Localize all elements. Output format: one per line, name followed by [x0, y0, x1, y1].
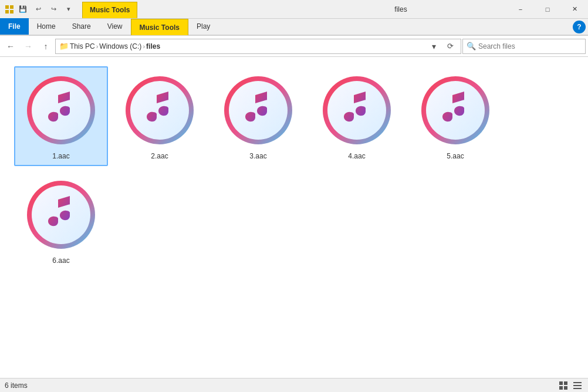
- svg-rect-19: [564, 386, 567, 390]
- crumb-sep-2: ›: [143, 43, 145, 50]
- details-view-btn[interactable]: [572, 380, 583, 391]
- file-icon-wrapper: [220, 72, 296, 148]
- search-bar[interactable]: 🔍: [462, 39, 586, 54]
- large-icons-view-btn[interactable]: [557, 380, 569, 391]
- ribbon-tab-music-tools[interactable]: Music Tools: [131, 19, 188, 35]
- back-btn[interactable]: ←: [2, 38, 19, 55]
- quick-save-btn[interactable]: 💾: [16, 3, 29, 16]
- file-label: 3.aac: [249, 152, 266, 160]
- forward-btn[interactable]: →: [20, 38, 36, 55]
- address-dropdown-btn[interactable]: ▾: [428, 40, 440, 52]
- address-bar[interactable]: 📁 This PC › Windows (C:) › files ▾ ⟳: [55, 39, 461, 54]
- svg-rect-21: [573, 385, 582, 386]
- quick-undo-btn[interactable]: ↩: [32, 3, 45, 16]
- content-area: 1.aac2.aac3.aac4.aac5.aac6.aac: [0, 57, 588, 378]
- file-item[interactable]: 5.aac: [408, 66, 502, 166]
- title-bar-tabs: Music Tools: [80, 0, 295, 18]
- crumb-sep-1: ›: [96, 43, 99, 50]
- folder-icon: 📁: [59, 42, 69, 50]
- item-count: 6 items: [5, 381, 28, 390]
- file-label: 4.aac: [348, 152, 365, 160]
- help-btn[interactable]: ?: [573, 21, 586, 33]
- file-item[interactable]: 2.aac: [113, 66, 207, 166]
- minimize-btn[interactable]: −: [507, 0, 534, 19]
- crumb-files[interactable]: files: [146, 42, 160, 50]
- svg-rect-1: [10, 5, 13, 9]
- title-path: files: [295, 0, 507, 18]
- svg-rect-0: [5, 5, 9, 9]
- ribbon-tabs: File Home Share View Music Tools Play ?: [0, 19, 588, 35]
- search-input[interactable]: [478, 42, 582, 50]
- file-label: 5.aac: [447, 152, 464, 160]
- file-icon-wrapper: [417, 72, 494, 148]
- refresh-btn[interactable]: ⟳: [443, 39, 457, 53]
- svg-rect-16: [559, 381, 563, 385]
- svg-rect-3: [10, 10, 13, 13]
- file-grid: 1.aac2.aac3.aac4.aac5.aac6.aac: [0, 57, 588, 378]
- svg-rect-20: [573, 382, 582, 383]
- file-label: 2.aac: [151, 152, 168, 160]
- file-icon-wrapper: [23, 72, 99, 148]
- file-label: 6.aac: [52, 256, 69, 265]
- title-bar: 💾 ↩ ↪ ▾ Music Tools files − □ ✕: [0, 0, 588, 19]
- close-btn[interactable]: ✕: [561, 0, 588, 19]
- nav-bar: ← → ↑ 📁 This PC › Windows (C:) › files ▾…: [0, 36, 588, 57]
- file-item[interactable]: 1.aac: [14, 66, 108, 166]
- ribbon-tab-share[interactable]: Share: [64, 18, 99, 35]
- ribbon-tab-play[interactable]: Play: [188, 18, 218, 35]
- file-item[interactable]: 4.aac: [310, 66, 404, 166]
- up-btn[interactable]: ↑: [38, 38, 54, 55]
- svg-rect-17: [564, 381, 567, 385]
- ribbon-tab-view[interactable]: View: [99, 18, 131, 35]
- title-bar-left: 💾 ↩ ↪ ▾: [0, 0, 80, 18]
- file-item[interactable]: 3.aac: [211, 66, 305, 166]
- file-icon-wrapper: [121, 72, 198, 148]
- status-bar: 6 items: [0, 378, 588, 392]
- crumb-this-pc[interactable]: This PC: [70, 42, 95, 50]
- window-controls: − □ ✕: [507, 0, 588, 18]
- file-icon-wrapper: [23, 177, 99, 253]
- search-icon: 🔍: [467, 42, 476, 50]
- file-label: 1.aac: [52, 152, 69, 160]
- svg-rect-18: [559, 386, 563, 390]
- music-tools-tab[interactable]: Music Tools: [82, 2, 137, 18]
- status-right: [557, 380, 583, 391]
- crumb-windows[interactable]: Windows (C:): [99, 42, 141, 50]
- ribbon-tab-home[interactable]: Home: [29, 18, 64, 35]
- app-icon: [5, 5, 14, 14]
- file-icon-wrapper: [319, 72, 395, 148]
- maximize-btn[interactable]: □: [534, 0, 561, 19]
- ribbon-tab-file[interactable]: File: [0, 18, 29, 35]
- ribbon: File Home Share View Music Tools Play ?: [0, 19, 588, 36]
- quick-redo-btn[interactable]: ↪: [47, 3, 60, 16]
- file-item[interactable]: 6.aac: [14, 171, 108, 271]
- breadcrumb: 📁 This PC › Windows (C:) › files: [59, 42, 160, 50]
- svg-rect-22: [573, 388, 582, 389]
- quick-dropdown-btn[interactable]: ▾: [62, 3, 75, 16]
- svg-rect-2: [5, 10, 9, 13]
